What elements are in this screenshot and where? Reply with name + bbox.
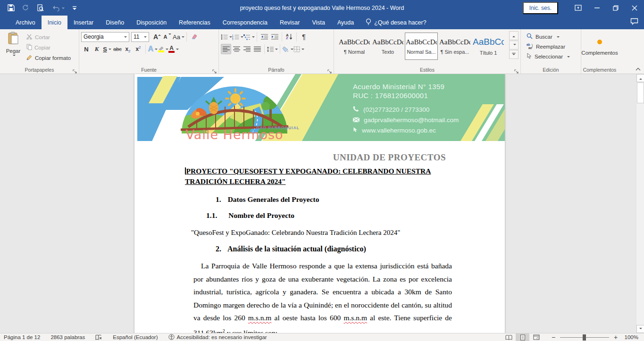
font-dialog-launcher-icon[interactable] [212, 67, 217, 72]
group-paragraph: 123 A Z ¶ [219, 29, 334, 74]
tab-correspondencia[interactable]: Correspondencia [217, 16, 274, 29]
paste-button[interactable]: Pegar [2, 31, 25, 66]
line-spacing-button[interactable] [267, 44, 278, 54]
zoom-out-icon[interactable]: − [550, 333, 557, 341]
change-case-button[interactable]: Aa [173, 32, 184, 42]
font-size-combo[interactable]: 11 [131, 32, 149, 42]
style-normal[interactable]: AaBbCcDc ¶ Normal [338, 33, 371, 60]
zoom-slider[interactable]: − + [550, 333, 619, 341]
language-indicator[interactable]: Español (Ecuador) [113, 334, 158, 340]
subscript-button[interactable]: x2 [123, 44, 133, 54]
styles-dialog-launcher-icon[interactable] [514, 67, 519, 72]
scrollbar-thumb[interactable] [637, 83, 644, 103]
show-marks-button[interactable]: ¶ [299, 32, 309, 42]
tab-referencias[interactable]: Referencias [173, 16, 217, 29]
tab-ayuda[interactable]: Ayuda [331, 16, 360, 29]
close-button[interactable] [625, 0, 644, 16]
styles-scroll-up-icon[interactable] [509, 31, 519, 40]
tab-inicio[interactable]: Inicio [42, 16, 67, 29]
scissors-icon [26, 34, 33, 41]
style-sin-espaciado[interactable]: AaBbCcDc ¶ Sin espa... [438, 33, 471, 60]
tab-archivo[interactable]: Archivo [9, 16, 42, 29]
tab-revisar[interactable]: Revisar [274, 16, 306, 29]
vertical-scrollbar[interactable] [636, 74, 644, 333]
print-layout-icon[interactable] [516, 333, 529, 341]
align-right-button[interactable] [242, 44, 252, 54]
style-texto[interactable]: AaBbCcDc Texto [371, 33, 404, 60]
font-color-button[interactable]: A [168, 44, 179, 54]
sign-in-button[interactable]: Inic. ses. [523, 2, 558, 14]
project-title[interactable]: PROYECTO "QUESOFEST Y EXPOGANADO: CELEBR… [185, 166, 455, 187]
unit-title[interactable]: UNIDAD DE PROYECTOS [185, 152, 452, 163]
tab-vista[interactable]: Vista [306, 16, 331, 29]
find-button[interactable]: Buscar [527, 32, 579, 41]
scroll-up-icon[interactable] [636, 74, 644, 82]
format-painter-button[interactable]: Copiar formato [25, 53, 73, 62]
styles-more-icon[interactable] [509, 50, 519, 59]
clear-formatting-button[interactable] [189, 32, 199, 42]
window-title: proyecto queso fest y expoganado Valle H… [240, 5, 404, 11]
customize-qat-icon[interactable] [72, 3, 77, 13]
decrease-indent-button[interactable] [259, 32, 269, 42]
tell-me-box[interactable]: ¿Qué desea hacer? [360, 16, 432, 29]
ribbon-tabs: Archivo Inicio Insertar Diseño Disposici… [0, 16, 644, 29]
style-titulo-1[interactable]: AaBbCc Título 1 [472, 33, 505, 60]
print-preview-icon[interactable] [37, 3, 44, 13]
shading-button[interactable] [282, 44, 293, 54]
document-area: Acuerdo Ministerial N° 1359 RUC : 176812… [0, 74, 644, 333]
tab-disposicion[interactable]: Disposición [130, 16, 173, 29]
minimize-button[interactable] [587, 0, 606, 16]
text-effects-button[interactable]: A [148, 44, 158, 54]
align-center-button[interactable] [231, 44, 242, 54]
increase-indent-button[interactable] [269, 32, 280, 42]
addins-button[interactable]: Complementos [581, 40, 618, 56]
word-count[interactable]: 2863 palabras [50, 334, 85, 340]
styles-scroll-down-icon[interactable] [509, 41, 519, 50]
scroll-down-icon[interactable] [636, 325, 644, 333]
page-indicator[interactable]: Página 1 de 12 [4, 334, 40, 340]
tab-diseno[interactable]: Diseño [100, 16, 130, 29]
comments-icon[interactable] [630, 18, 638, 27]
heading-1[interactable]: 1.Datos Generales del Proyecto [216, 195, 452, 204]
align-left-button[interactable] [221, 44, 231, 54]
restore-button[interactable] [606, 0, 625, 16]
paragraph-dialog-launcher-icon[interactable] [327, 67, 332, 72]
grow-font-button[interactable]: A [152, 32, 162, 42]
italic-button[interactable]: K [92, 44, 102, 54]
zoom-slider-handle[interactable] [583, 334, 586, 341]
font-color-swatch [168, 51, 175, 53]
zoom-percentage[interactable]: 100% [623, 334, 644, 340]
borders-button[interactable] [293, 44, 304, 54]
justify-button[interactable] [252, 44, 262, 54]
accessibility-status[interactable]: Accesibilidad: es necesario investigar [168, 334, 267, 341]
save-icon[interactable] [8, 3, 15, 13]
numbering-button[interactable]: 123 [232, 32, 243, 42]
font-family-combo[interactable]: Georgia [81, 32, 129, 42]
shrink-font-button[interactable]: A [162, 32, 173, 42]
tab-insertar[interactable]: Insertar [67, 16, 100, 29]
group-font: Georgia 11 A A Aa N K S abc [79, 29, 219, 74]
highlight-color-button[interactable] [158, 44, 168, 54]
proofing-status-icon[interactable] [95, 334, 102, 341]
strikethrough-button[interactable]: abc [112, 44, 123, 54]
ribbon-display-options-icon[interactable] [569, 0, 587, 16]
web-layout-icon[interactable] [529, 333, 543, 341]
clipboard-dialog-launcher-icon[interactable] [73, 67, 77, 72]
zoom-in-icon[interactable]: + [612, 333, 619, 341]
bold-button[interactable]: N [81, 44, 92, 54]
select-button[interactable]: Seleccionar [527, 52, 579, 61]
superscript-button[interactable]: x2 [133, 44, 143, 54]
heading-1-1[interactable]: 1.1.Nombre del Proyecto [206, 211, 452, 220]
collapse-ribbon-icon[interactable] [635, 66, 641, 72]
read-mode-icon[interactable] [502, 333, 516, 341]
body-paragraph[interactable]: La Parroquia de Valle Hermoso responde a… [193, 259, 452, 333]
document-page[interactable]: Acuerdo Ministerial N° 1359 RUC : 176812… [134, 74, 505, 333]
bullets-button[interactable] [221, 32, 232, 42]
style-normal-sa[interactable]: AaBbCcDc Normal Sa... [405, 33, 438, 60]
underline-button[interactable]: S [102, 44, 112, 54]
replace-button[interactable]: abac Reemplazar [527, 42, 579, 51]
project-name-quote[interactable]: "QuesoFest y ExpoGanado: Celebrando Nues… [191, 229, 452, 237]
sort-button[interactable]: A Z [284, 32, 294, 42]
multilevel-list-button[interactable] [243, 32, 255, 42]
heading-2[interactable]: 2.Análisis de la situación actual (diagn… [216, 245, 452, 253]
